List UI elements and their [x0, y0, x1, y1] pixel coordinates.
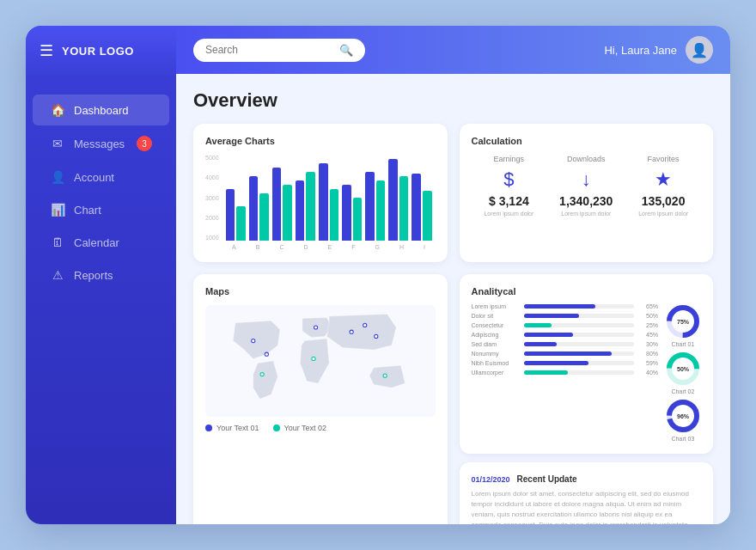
bar-group-3 — [296, 172, 315, 241]
legend-label-1: Your Text 02 — [284, 424, 327, 432]
calc-icon-downloads: ↓ — [559, 168, 613, 191]
analytics-name-7: Ullamcorper — [472, 370, 519, 376]
messages-nav-icon: ✉ — [50, 137, 65, 150]
analytics-bar-fill-5 — [524, 351, 613, 356]
sidebar-label-chart: Chart — [74, 204, 101, 217]
analytics-bar-bg-5 — [524, 351, 635, 356]
legend-item-1: Your Text 02 — [273, 424, 327, 432]
dashboard-wrapper: ☰ YOUR LOGO 🏠 Dashboard ✉ Messages 3👤 Ac… — [26, 26, 730, 524]
analytics-pct-3: 45% — [639, 332, 658, 338]
analytics-name-6: Nibh Euismod — [472, 360, 519, 366]
recent-title: Recent Update — [517, 474, 577, 484]
bar-blue-7 — [388, 159, 398, 241]
sidebar-item-calendar[interactable]: 🗓 Calendar — [33, 227, 169, 258]
analytics-bar-bg-3 — [524, 333, 635, 337]
bar-group-7 — [388, 159, 408, 241]
analytics-bar-fill-7 — [524, 370, 568, 375]
donut-label-0: Chart 01 — [672, 341, 695, 347]
sidebar-item-chart[interactable]: 📊 Chart — [33, 194, 169, 225]
bar-group-6 — [365, 172, 385, 241]
hamburger-icon[interactable]: ☰ — [40, 41, 53, 60]
svg-point-13 — [312, 358, 314, 360]
svg-point-7 — [351, 331, 353, 333]
account-nav-icon: 👤 — [50, 170, 65, 184]
analytics-bar-bg-4 — [524, 342, 635, 346]
analytics-bar-bg-2 — [524, 323, 635, 327]
sidebar-item-dashboard[interactable]: 🏠 Dashboard — [33, 95, 169, 125]
legend-dot-1 — [273, 425, 280, 431]
sidebar: ☰ YOUR LOGO 🏠 Dashboard ✉ Messages 3👤 Ac… — [26, 26, 176, 524]
world-map-svg — [205, 305, 436, 417]
logo-text: YOUR LOGO — [62, 45, 134, 58]
bar-group-0 — [226, 189, 246, 241]
bar-group-5 — [342, 185, 362, 241]
chart-nav-icon: 📊 — [50, 203, 65, 217]
maps-card: Maps — [193, 274, 448, 524]
bar-group-2 — [272, 168, 292, 241]
donut-label-1: Chart 02 — [672, 388, 695, 394]
analytics-row-2: Consectetur 25% — [472, 322, 659, 328]
sidebar-item-messages[interactable]: ✉ Messages 3 — [33, 127, 169, 160]
analytics-bar-fill-6 — [524, 361, 589, 365]
sidebar-label-dashboard: Dashboard — [74, 104, 129, 117]
bar-blue-0 — [226, 189, 235, 241]
bar-blue-6 — [365, 172, 375, 241]
sidebar-item-reports[interactable]: ⚠ Reports — [33, 260, 169, 290]
y-label: 2000 — [205, 215, 219, 221]
legend-dot-0 — [205, 425, 212, 431]
analytics-row-7: Ullamcorper 40% — [472, 370, 659, 376]
sidebar-label-calendar: Calendar — [74, 236, 119, 249]
analytics-row-5: Nonummy 80% — [472, 351, 659, 357]
bar-blue-1 — [249, 176, 259, 241]
search-box[interactable]: 🔍 — [193, 39, 365, 62]
analytics-row-1: Dolor sit 50% — [472, 313, 659, 319]
main-content: 🔍 Hi, Laura Jane 👤 Overview Average Char… — [176, 26, 730, 524]
bar-group-8 — [412, 174, 431, 241]
bar-teal-7 — [399, 176, 409, 241]
calc-label-favorites: Favorites — [638, 155, 688, 163]
analytics-pct-0: 65% — [639, 303, 658, 309]
maps-title: Maps — [205, 286, 436, 296]
legend-label-0: Your Text 01 — [216, 424, 259, 432]
calculation-items: Earnings $ $ 3,124 Lorem ipsum dolor Dow… — [472, 155, 702, 217]
legend-item-0: Your Text 01 — [205, 424, 259, 432]
sidebar-label-reports: Reports — [74, 269, 113, 282]
analytics-bar-bg-7 — [524, 370, 635, 375]
analytics-pct-2: 25% — [639, 322, 658, 328]
search-icon: 🔍 — [339, 44, 353, 57]
y-labels: 50004000300020001000 — [205, 155, 219, 241]
calc-item-earnings: Earnings $ $ 3,124 Lorem ipsum dolor — [484, 155, 533, 217]
x-label: A — [232, 244, 236, 250]
bar-blue-2 — [272, 168, 282, 241]
content-grid: Average Charts 50004000300020001000 ABCD… — [193, 124, 713, 505]
analytics-card: Analitycal Lorem ipsum 65% Dolor sit 50%… — [460, 274, 714, 454]
analytics-row-4: Sed diam 30% — [472, 341, 659, 347]
badge-messages: 3 — [137, 136, 152, 151]
analytics-bar-fill-0 — [524, 304, 596, 309]
analytics-title: Analitycal — [472, 286, 702, 296]
x-label: D — [303, 244, 308, 250]
sidebar-item-account[interactable]: 👤 Account — [33, 162, 169, 192]
svg-text:50%: 50% — [677, 366, 690, 372]
dashboard-nav-icon: 🏠 — [50, 103, 65, 117]
analytics-bar-bg-6 — [524, 361, 635, 365]
greeting-text: Hi, Laura Jane — [604, 44, 677, 57]
bar-teal-2 — [283, 185, 292, 241]
calc-label-earnings: Earnings — [484, 155, 533, 163]
analytics-pct-5: 80% — [639, 351, 658, 357]
svg-text:75%: 75% — [677, 319, 690, 325]
bar-chart-container: 50004000300020001000 ABCDEFGHI — [205, 155, 436, 250]
bar-blue-5 — [342, 185, 351, 241]
map-container — [205, 305, 436, 417]
bar-teal-5 — [353, 198, 363, 241]
recent-card: 01/12/2020 Recent Update Lorem ipsum dol… — [460, 462, 714, 524]
analytics-bar-fill-1 — [524, 314, 579, 318]
sidebar-header: ☰ YOUR LOGO — [26, 26, 176, 76]
analytics-name-1: Dolor sit — [472, 313, 519, 319]
analytics-pct-7: 40% — [639, 370, 658, 376]
bar-chart — [223, 155, 436, 241]
calculation-card: Calculation Earnings $ $ 3,124 Lorem ips… — [460, 124, 714, 262]
y-label: 3000 — [205, 195, 219, 201]
search-input[interactable] — [205, 44, 332, 56]
analytics-name-2: Consectetur — [472, 322, 519, 328]
